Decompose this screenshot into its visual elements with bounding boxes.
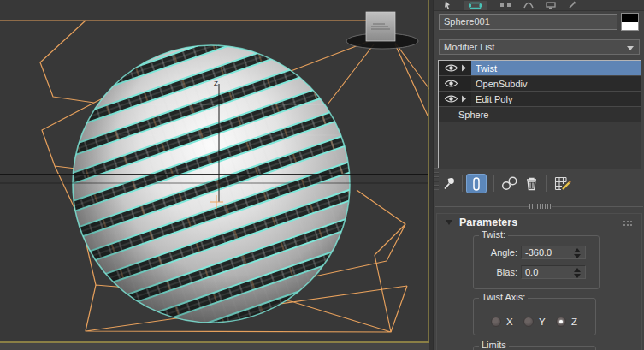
tab-hierarchy[interactable] (499, 1, 511, 10)
motion-icon (523, 1, 534, 9)
stack-splitter[interactable] (435, 206, 643, 207)
expand-arrow-icon[interactable] (461, 64, 467, 72)
modifier-list-dropdown[interactable]: Modifier List (439, 39, 640, 55)
create-arrow-icon (444, 1, 452, 9)
hierarchy-icon (499, 2, 511, 9)
axis-x-radio[interactable]: X (491, 317, 513, 327)
angle-input[interactable]: -360.0 (521, 246, 586, 259)
modifier-label: OpenSubdiv (471, 76, 641, 91)
radio-circle-icon (491, 317, 501, 327)
toolbar-separator (462, 175, 463, 192)
configure-modifier-sets-button[interactable] (552, 174, 574, 193)
command-panel-tabs (434, 0, 644, 11)
chevron-down-icon (627, 46, 634, 50)
spinner-arrows-icon[interactable] (574, 268, 581, 278)
bias-row: Bias: 0.0 (473, 265, 600, 279)
rollout-title: Parameters (459, 217, 517, 228)
radio-selected-icon (556, 317, 566, 327)
expand-arrow-icon[interactable] (461, 95, 467, 103)
tab-display[interactable] (546, 1, 556, 10)
stack-row-twist[interactable]: Twist (439, 61, 641, 76)
base-object-label: Sphere (439, 107, 641, 122)
limits-group-title: Limits (479, 340, 509, 350)
pin-stack-button[interactable] (439, 174, 459, 193)
eye-icon[interactable] (444, 63, 458, 73)
twist-group-title: Twist: (479, 229, 508, 240)
parameters-rollout-header[interactable]: Parameters (437, 215, 641, 230)
rollout-drag-handle-icon[interactable] (623, 220, 633, 227)
tab-motion[interactable] (523, 1, 534, 10)
pin-stack-icon (442, 176, 456, 191)
make-unique-button[interactable] (499, 174, 520, 193)
eye-icon[interactable] (444, 79, 458, 88)
remove-modifier-button[interactable] (523, 174, 540, 193)
object-name-input[interactable]: Sphere001 (439, 14, 617, 30)
display-icon (546, 2, 556, 9)
eye-icon[interactable] (444, 94, 458, 104)
radio-circle-icon (523, 317, 534, 327)
remove-modifier-icon (525, 176, 538, 191)
make-unique-icon (500, 176, 519, 191)
bias-label: Bias: (473, 267, 517, 277)
show-end-result-icon (472, 177, 481, 191)
twist-axis-group-title: Twist Axis: (479, 292, 528, 302)
modifier-stack: Twist OpenSubdiv Edit Poly Sphere (438, 60, 641, 169)
tab-utilities[interactable] (568, 1, 576, 10)
command-panel: Sphere001 Modifier List Twist OpenSubdiv (433, 0, 644, 350)
stack-row-opensubdiv[interactable]: OpenSubdiv (439, 76, 641, 92)
toolbar-separator (493, 175, 494, 192)
perspective-viewport[interactable]: Z (0, 0, 433, 350)
toolbar-separator (546, 175, 547, 192)
bias-input[interactable]: 0.0 (521, 265, 586, 279)
modifier-list-label: Modifier List (444, 42, 494, 52)
swatch-top-half (622, 14, 638, 22)
object-color-swatch[interactable] (621, 13, 639, 31)
stack-row-editpoly[interactable]: Edit Poly (439, 92, 641, 107)
viewport-scene: Z (0, 0, 433, 350)
modify-icon (469, 2, 482, 9)
axis-z-radio[interactable]: Z (556, 317, 577, 327)
twist-group: Twist: (473, 235, 600, 289)
show-end-result-button[interactable] (466, 174, 487, 193)
angle-row: Angle: -360.0 (473, 246, 600, 259)
splitter-grip-icon (529, 204, 552, 209)
utilities-icon (568, 1, 576, 9)
panel-resize-grip[interactable] (434, 168, 439, 190)
modifier-label: Twist (471, 61, 641, 75)
swatch-bottom-half (622, 22, 638, 31)
rollout-open-icon (446, 220, 452, 225)
spinner-arrows-icon[interactable] (574, 248, 581, 258)
axis-y-radio[interactable]: Y (523, 317, 546, 327)
stack-row-sphere[interactable]: Sphere (439, 107, 641, 122)
configure-modifier-sets-icon (554, 176, 571, 191)
modifier-stack-toolbar (434, 174, 644, 194)
angle-label: Angle: (473, 247, 517, 258)
axis-z-label: Z (214, 80, 218, 87)
limits-group: Limits (473, 346, 596, 350)
tab-create[interactable] (444, 1, 452, 10)
tab-modify[interactable] (464, 1, 487, 10)
modifier-label: Edit Poly (471, 92, 641, 106)
